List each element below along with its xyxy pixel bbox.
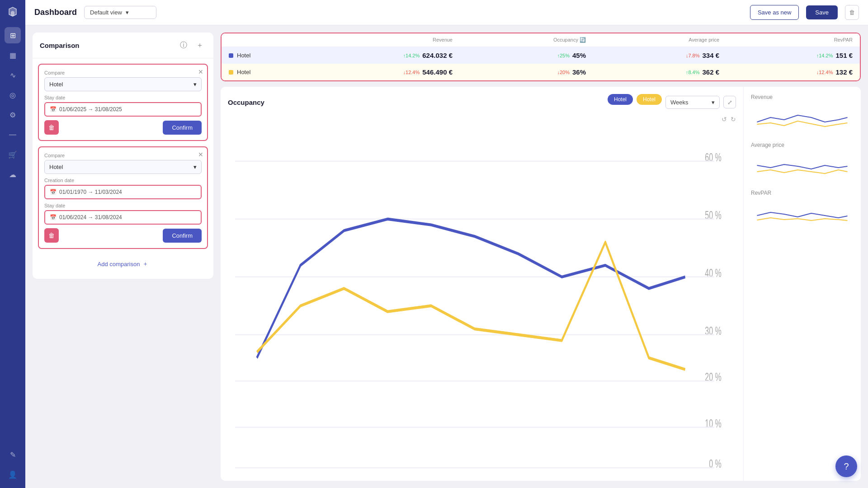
sidebar-item-cloud[interactable]: ☁ — [5, 166, 21, 183]
hotel-label-1: Hotel — [229, 52, 319, 59]
info-button[interactable]: ⓘ — [177, 39, 190, 52]
compare-label-1: Compare — [44, 70, 202, 75]
revenue-value-1: 624.032 € — [422, 52, 453, 59]
avg-value-1: 334 € — [702, 52, 719, 59]
occupancy-change-2: ↓20% — [557, 70, 570, 75]
svg-text:40 %: 40 % — [705, 267, 722, 280]
revenue-cell-1: ↑14.2% 624.032 € — [319, 52, 453, 59]
stats-table-header: Revenue Occupancy 🔄 Average price RevPAR — [222, 33, 860, 47]
mini-chart-revenue-title: Revenue — [751, 94, 854, 100]
stay-date-label-1: Stay date — [44, 95, 202, 100]
avg-price-cell-2: ↑8.4% 362 € — [586, 68, 719, 76]
plus-icon: ＋ — [196, 41, 203, 50]
hotel-dot-1 — [229, 53, 233, 58]
trash-icon: 🗑 — [48, 124, 55, 131]
sidebar-item-edit[interactable]: ✎ — [5, 446, 21, 463]
sidebar-item-dashboard[interactable]: ⊞ — [5, 27, 21, 43]
undo-button[interactable]: ↺ — [722, 116, 727, 123]
chart-title: Occupancy — [228, 99, 604, 106]
revpar-change-1: ↑14.2% — [816, 53, 833, 58]
mini-charts-panel: Revenue Average price — [743, 87, 861, 481]
occupancy-chart: 60 % 50 % 40 % 30 % 20 % 10 % 0 % — [228, 127, 736, 474]
sidebar-item-settings[interactable]: ⚙ — [5, 107, 21, 123]
plus-icon: ＋ — [142, 260, 148, 268]
close-card-2-button[interactable]: ✕ — [198, 151, 203, 158]
redo-button[interactable]: ↻ — [731, 116, 736, 123]
occupancy-icon: 🔄 — [580, 37, 586, 42]
period-select[interactable]: Weeks ▾ — [665, 96, 720, 109]
delete-card-2-button[interactable]: 🗑 — [44, 228, 59, 243]
close-card-1-button[interactable]: ✕ — [198, 68, 203, 75]
save-button[interactable]: Save — [806, 5, 838, 19]
chevron-down-icon: ▾ — [126, 9, 129, 16]
add-comparison-button[interactable]: Add comparison ＋ — [38, 254, 208, 273]
confirm-card-2-button[interactable]: Confirm — [163, 229, 202, 243]
chevron-down-icon: ▾ — [193, 164, 197, 170]
sidebar: ⊞ ▦ ∿ ◎ ⚙ — 🛒 ☁ ✎ 👤 — [0, 0, 25, 488]
revpar-change-2: ↓12.4% — [816, 70, 833, 75]
compare-select-1[interactable]: Hotel ▾ — [44, 77, 202, 91]
revenue-cell-2: ↓12.4% 546.490 € — [319, 68, 453, 76]
save-as-new-button[interactable]: Save as new — [750, 5, 799, 20]
page-title: Dashboard — [34, 8, 77, 17]
svg-text:30 %: 30 % — [705, 324, 722, 338]
stats-table: Revenue Occupancy 🔄 Average price RevPAR… — [221, 33, 861, 81]
comparison-card-1: ✕ Compare Hotel ▾ Stay date 📅 01/06/2025… — [38, 64, 208, 141]
sidebar-item-map[interactable]: ◎ — [5, 87, 21, 103]
view-select[interactable]: Default view ▾ — [84, 6, 156, 19]
compare-select-2[interactable]: Hotel ▾ — [44, 160, 202, 174]
trash-icon: 🗑 — [48, 232, 55, 239]
col-header-hotel — [229, 37, 319, 43]
stay-date-label-2: Stay date — [44, 203, 202, 208]
avg-change-1: ↓7.8% — [686, 53, 700, 58]
avg-price-cell-1: ↓7.8% 334 € — [586, 52, 719, 59]
creation-date-field-2[interactable]: 📅 01/01/1970 → 11/03/2024 — [44, 185, 202, 199]
stats-row-2: Hotel ↓12.4% 546.490 € ↓20% 36% — [222, 64, 860, 80]
revpar-value-1: 151 € — [835, 52, 853, 59]
comparison-title: Comparison — [40, 42, 174, 49]
occupancy-change-1: ↑25% — [557, 53, 570, 58]
calendar-icon: 📅 — [50, 106, 57, 113]
occupancy-value-1: 45% — [572, 52, 586, 59]
svg-text:60 %: 60 % — [705, 151, 722, 164]
col-header-occupancy: Occupancy 🔄 — [453, 37, 586, 43]
info-icon: ⓘ — [180, 41, 187, 50]
comparison-header: Comparison ⓘ ＋ — [33, 33, 213, 58]
avg-value-2: 362 € — [702, 68, 719, 76]
confirm-card-1-button[interactable]: Confirm — [163, 121, 202, 135]
sidebar-item-analytics[interactable]: ▦ — [5, 47, 21, 63]
stay-date-field-2[interactable]: 📅 01/06/2024 → 31/08/2024 — [44, 210, 202, 225]
sidebar-item-separator: — — [5, 127, 21, 143]
delete-card-1-button[interactable]: 🗑 — [44, 120, 59, 135]
stay-date-field-1[interactable]: 📅 01/06/2025 → 31/08/2025 — [44, 102, 202, 117]
right-panel: Revenue Occupancy 🔄 Average price RevPAR… — [221, 33, 861, 481]
filter-hotel-1[interactable]: Hotel — [608, 94, 633, 105]
occupancy-cell-2: ↓20% 36% — [453, 68, 586, 76]
help-fab[interactable]: ? — [835, 455, 857, 477]
app-logo[interactable] — [5, 5, 20, 20]
sidebar-item-trends[interactable]: ∿ — [5, 67, 21, 83]
add-comparison-header-button[interactable]: ＋ — [193, 39, 206, 52]
sidebar-item-shop[interactable]: 🛒 — [5, 146, 21, 163]
mini-chart-avg-price-title: Average price — [751, 142, 854, 148]
creation-date-label-2: Creation date — [44, 178, 202, 183]
mini-chart-revenue: Revenue — [751, 94, 854, 133]
mini-chart-revpar: RevPAR — [751, 190, 854, 229]
delete-button[interactable]: 🗑 — [845, 5, 859, 20]
chart-area: Occupancy Hotel Hotel Weeks ▾ — [221, 87, 861, 481]
expand-chart-button[interactable]: ⤢ — [723, 96, 736, 108]
hotel-label-2: Hotel — [229, 69, 319, 75]
revenue-change-2: ↓12.4% — [403, 70, 420, 75]
mini-chart-avg-price: Average price — [751, 142, 854, 181]
chart-filters: Hotel Hotel — [608, 94, 662, 105]
occupancy-value-2: 36% — [572, 68, 586, 76]
filter-hotel-2[interactable]: Hotel — [637, 94, 662, 105]
avg-change-2: ↑8.4% — [686, 70, 700, 75]
sidebar-item-user[interactable]: 👤 — [5, 466, 21, 483]
comparison-body: ✕ Compare Hotel ▾ Stay date 📅 01/06/2025… — [33, 58, 213, 279]
trash-icon: 🗑 — [849, 9, 855, 16]
left-panel: Comparison ⓘ ＋ ✕ Compare Hotel — [33, 33, 213, 481]
col-header-avg-price: Average price — [586, 37, 719, 43]
chevron-down-icon: ▾ — [712, 99, 715, 106]
revenue-change-1: ↑14.2% — [403, 53, 420, 58]
